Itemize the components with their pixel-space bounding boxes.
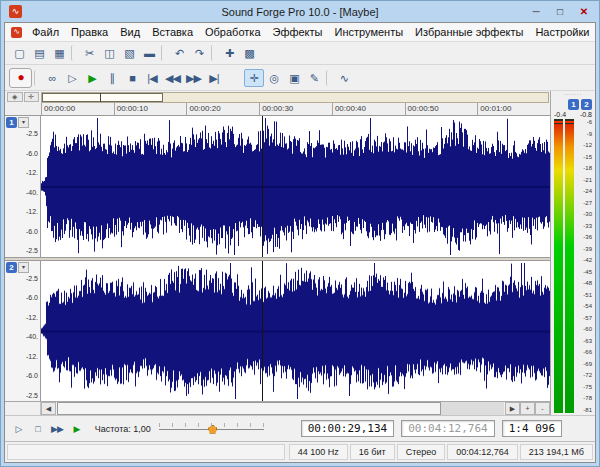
zoom-out-button[interactable]: -	[535, 402, 550, 415]
meter-channel-buttons: 12	[551, 98, 595, 111]
menu-item[interactable]: Вид	[114, 24, 146, 40]
status-segments: 44 100 Hz16 битСтерео00:04:12,764213 194…	[287, 444, 593, 460]
go-to-end-button[interactable]: ▶|	[204, 69, 224, 87]
menu-item[interactable]: Правка	[65, 24, 114, 40]
time-tick-label: 00:00:00	[41, 103, 114, 115]
menu-item[interactable]: Инструменты	[329, 24, 410, 40]
magnify-tool-button[interactable]: ◎	[264, 69, 284, 87]
separator[interactable]	[71, 45, 77, 61]
meter-scale-label: -60	[583, 326, 592, 332]
separator[interactable]	[34, 70, 40, 86]
status-segment: Стерео	[397, 444, 446, 460]
menu-item[interactable]: Файл	[26, 24, 65, 40]
meter-channel-button[interactable]: 2	[581, 99, 592, 110]
meter-channel-button[interactable]: 1	[568, 99, 579, 110]
separator[interactable]	[211, 45, 217, 61]
time-ruler[interactable]: 00:00:0000:00:1000:00:2000:00:3000:00:40…	[5, 103, 550, 116]
db-label: -2.5	[26, 392, 38, 399]
minimize-button[interactable]: ─	[524, 4, 548, 20]
db-label: -6.0	[26, 294, 38, 301]
window-title: Sound Forge Pro 10.0 - [Maybe]	[4, 6, 596, 18]
close-button[interactable]: ✕	[572, 4, 596, 20]
db-label: -12.	[26, 353, 38, 360]
db-ruler-2: 2 ▾ -2.5-6.0-12.-40.-12.-6.0-2.5	[5, 261, 41, 402]
menu-item[interactable]: Вставка	[146, 24, 199, 40]
level-meter-right	[565, 119, 574, 413]
trim-button[interactable]: ▬	[139, 44, 159, 62]
menu-item[interactable]: Избранные эффекты	[409, 24, 529, 40]
go-to-start-button[interactable]: |◀	[142, 69, 162, 87]
edit-tool-button[interactable]: ✛	[244, 69, 264, 87]
scroll-left-button[interactable]: ◀	[41, 402, 56, 415]
db-label: -12.	[26, 314, 38, 321]
zoom-ratio-readout[interactable]: 1:4 096	[502, 420, 562, 437]
channel-2-menu-arrow-icon[interactable]: ▾	[18, 262, 29, 273]
toolbar-gap[interactable]	[224, 69, 244, 87]
pause-button[interactable]: ∥	[102, 69, 122, 87]
new-file-button[interactable]: ▢	[9, 44, 29, 62]
meter-grip[interactable]: ∙∙∙∙∙∙∙	[551, 91, 595, 98]
paste-button[interactable]: ▧	[119, 44, 139, 62]
loop-playback-button[interactable]: ∞	[42, 69, 62, 87]
envelope-tool-button[interactable]: ∿	[334, 69, 354, 87]
play-all-button[interactable]: ▷	[62, 69, 82, 87]
channel-2-badge[interactable]: 2	[6, 262, 17, 273]
db-label: -6.0	[26, 372, 38, 379]
copy-button[interactable]: ◫	[99, 44, 119, 62]
undo-button[interactable]: ↶	[169, 44, 189, 62]
channel-1-badge[interactable]: 1	[6, 117, 17, 128]
save-button[interactable]: ▦	[49, 44, 69, 62]
play-button[interactable]: ▶	[82, 69, 102, 87]
menu-item[interactable]: Эффекты	[267, 24, 329, 40]
selection-tool-button[interactable]: ▣	[284, 69, 304, 87]
scrollbar-corner	[5, 402, 41, 415]
peak-value-right: -0.8	[580, 111, 592, 118]
open-button[interactable]: ▤	[29, 44, 49, 62]
menu-item[interactable]: Настройки	[529, 24, 595, 40]
record-button[interactable]: ●	[9, 68, 32, 88]
peak-value-left: -0.4	[554, 111, 566, 118]
scrollbar-track[interactable]	[57, 402, 504, 415]
waveform-channel-2[interactable]	[41, 261, 550, 402]
lock-icon[interactable]: ◈	[7, 92, 23, 102]
rate-slider[interactable]	[159, 422, 264, 436]
rewind-button[interactable]: ◀◀	[162, 69, 183, 87]
waveform-channel-1[interactable]	[41, 116, 550, 257]
repair-button[interactable]: ✚	[219, 44, 239, 62]
separator[interactable]	[161, 45, 167, 61]
total-length-readout[interactable]: 00:04:12,764	[401, 420, 494, 437]
level-meter-left	[554, 119, 563, 413]
menu-item[interactable]: Обработка	[199, 24, 266, 40]
overview-view-window[interactable]	[42, 93, 163, 102]
stop-small-button[interactable]: □	[29, 421, 46, 437]
zoom-in-button[interactable]: +	[520, 402, 535, 415]
meter-scale-label: -63	[583, 338, 592, 344]
separator[interactable]	[326, 70, 332, 86]
playback-bar: ▷□▶▶▶ Частота: 1,00 00:00:29,134 00:04:1…	[5, 415, 595, 441]
properties-button[interactable]: ▩	[239, 44, 259, 62]
scrollbar-thumb[interactable]	[57, 402, 441, 415]
snap-icon[interactable]: ✛	[24, 92, 40, 102]
peak-marker	[554, 121, 563, 123]
meter-scale-label: -42	[583, 257, 592, 263]
cut-button[interactable]: ✂	[79, 44, 99, 62]
stop-button[interactable]: ■	[122, 69, 142, 87]
maximize-button[interactable]: □	[548, 4, 572, 20]
db-label: -40.	[26, 189, 38, 196]
play-normal-button[interactable]: ▷	[10, 421, 27, 437]
overview-bar[interactable]	[41, 92, 549, 103]
meter-scale-label: -48	[583, 280, 592, 286]
redo-button[interactable]: ↷	[189, 44, 209, 62]
rate-slider-thumb[interactable]	[208, 425, 217, 434]
meter-scale-label: -36	[583, 234, 592, 240]
scrub-button[interactable]: ▶	[68, 421, 85, 437]
menu-item[interactable]: Окно	[595, 24, 600, 40]
channel-1-menu-arrow-icon[interactable]: ▾	[18, 117, 29, 128]
meter-scale-label: -72	[583, 372, 592, 378]
pencil-tool-button[interactable]: ✎	[304, 69, 324, 87]
seek-button[interactable]: ▶▶	[48, 421, 66, 437]
scroll-right-button[interactable]: ▶	[505, 402, 520, 415]
db-labels-2: -2.5-6.0-12.-40.-12.-6.0-2.5	[5, 274, 40, 402]
forward-button[interactable]: ▶▶	[183, 69, 204, 87]
cursor-position-readout[interactable]: 00:00:29,134	[301, 420, 394, 437]
